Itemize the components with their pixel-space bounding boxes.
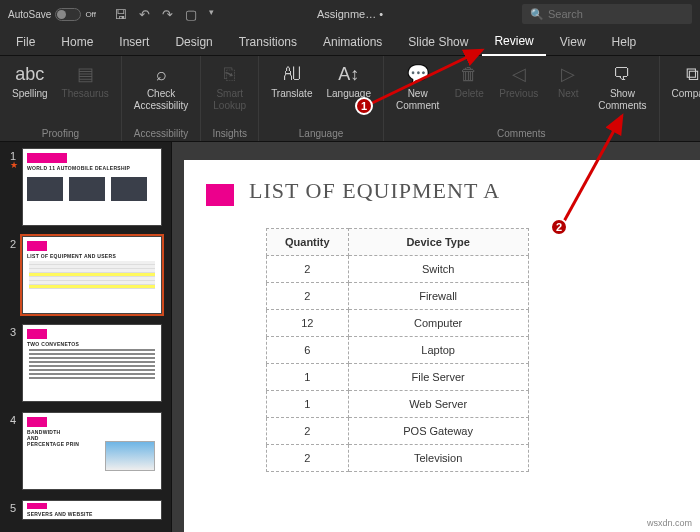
translate-icon: ㍳: [280, 62, 304, 86]
check-accessibility-button[interactable]: ⌕Check Accessibility: [128, 60, 194, 113]
table-cell: 2: [267, 283, 349, 310]
group-accessibility: Accessibility: [134, 126, 188, 139]
compare-icon: ⧉: [680, 62, 700, 86]
delete-comment-button[interactable]: 🗑Delete: [447, 60, 491, 102]
table-row: 2Television: [267, 445, 529, 472]
delete-icon: 🗑: [457, 62, 481, 86]
slide-thumbnail-5[interactable]: SERVERS AND WEBSITE: [22, 500, 162, 520]
slide-number: 2: [4, 236, 16, 314]
language-icon: A↕: [337, 62, 361, 86]
tab-design[interactable]: Design: [163, 29, 224, 55]
spelling-icon: abc: [18, 62, 42, 86]
table-row: 1Web Server: [267, 391, 529, 418]
th-quantity: Quantity: [267, 229, 349, 256]
table-cell: 12: [267, 310, 349, 337]
animation-star-icon: ★: [10, 160, 22, 170]
accessibility-icon: ⌕: [149, 62, 173, 86]
tab-home[interactable]: Home: [49, 29, 105, 55]
slide-title: LIST OF EQUIPMENT A: [249, 178, 500, 203]
table-cell: Computer: [348, 310, 528, 337]
table-row: 6Laptop: [267, 337, 529, 364]
slide-thumbnail-1[interactable]: WORLD 11 AUTOMOBILE DEALERSHIP: [22, 148, 162, 226]
table-row: 2POS Gateway: [267, 418, 529, 445]
search-icon: 🔍: [530, 8, 544, 21]
table-cell: File Server: [348, 364, 528, 391]
group-language: Language: [299, 126, 344, 139]
tab-insert[interactable]: Insert: [107, 29, 161, 55]
autosave-toggle[interactable]: AutoSave Off: [8, 8, 96, 21]
slide-thumbnail-2[interactable]: LIST OF EQUIPMENT AND USERS: [22, 236, 162, 314]
next-icon: ▷: [556, 62, 580, 86]
previous-comment-button[interactable]: ◁Previous: [493, 60, 544, 102]
lookup-icon: ⎘: [218, 62, 242, 86]
tab-slideshow[interactable]: Slide Show: [396, 29, 480, 55]
slide-canvas[interactable]: LIST OF EQUIPMENT A Quantity Device Type…: [172, 142, 700, 532]
ribbon-tabs: File Home Insert Design Transitions Anim…: [0, 28, 700, 56]
table-cell: 1: [267, 364, 349, 391]
current-slide[interactable]: LIST OF EQUIPMENT A Quantity Device Type…: [184, 160, 700, 532]
table-cell: Web Server: [348, 391, 528, 418]
tab-review[interactable]: Review: [482, 28, 545, 56]
table-cell: Switch: [348, 256, 528, 283]
new-comment-button[interactable]: 💬New Comment: [390, 60, 445, 113]
autosave-state: Off: [85, 10, 96, 19]
watermark: wsxdn.com: [647, 518, 692, 528]
start-slideshow-icon[interactable]: ▢: [185, 7, 197, 22]
table-row: 1File Server: [267, 364, 529, 391]
th-device: Device Type: [348, 229, 528, 256]
tab-view[interactable]: View: [548, 29, 598, 55]
new-comment-icon: 💬: [406, 62, 430, 86]
slide-thumbnail-3[interactable]: TWO CONVENETOS: [22, 324, 162, 402]
save-icon[interactable]: 🖫: [114, 7, 127, 22]
group-insights: Insights: [212, 126, 246, 139]
slide-thumbnail-4[interactable]: BANDWIDTH AND PERCENTAGE PRIN: [22, 412, 162, 490]
tab-transitions[interactable]: Transitions: [227, 29, 309, 55]
ribbon: abcSpelling ▤Thesaurus Proofing ⌕Check A…: [0, 56, 700, 142]
smart-lookup-button[interactable]: ⎘Smart Lookup: [207, 60, 252, 113]
prev-icon: ◁: [507, 62, 531, 86]
table-cell: 2: [267, 418, 349, 445]
slide-number: 5: [4, 500, 16, 520]
show-comments-button[interactable]: 🗨Show Comments: [592, 60, 652, 113]
next-comment-button[interactable]: ▷Next: [546, 60, 590, 102]
tab-file[interactable]: File: [4, 29, 47, 55]
redo-icon[interactable]: ↷: [162, 7, 173, 22]
search-input[interactable]: [548, 8, 684, 20]
table-cell: 1: [267, 391, 349, 418]
tab-help[interactable]: Help: [600, 29, 649, 55]
table-cell: 2: [267, 445, 349, 472]
translate-button[interactable]: ㍳Translate: [265, 60, 318, 102]
slide-panel[interactable]: 1★ WORLD 11 AUTOMOBILE DEALERSHIP 2 LIST…: [0, 142, 172, 532]
table-cell: POS Gateway: [348, 418, 528, 445]
table-cell: Laptop: [348, 337, 528, 364]
group-proofing: Proofing: [42, 126, 79, 139]
compare-button[interactable]: ⧉Compare: [666, 60, 700, 102]
title-accent: [206, 184, 234, 206]
table-row: 12Computer: [267, 310, 529, 337]
table-row: 2Firewall: [267, 283, 529, 310]
undo-icon[interactable]: ↶: [139, 7, 150, 22]
equipment-table[interactable]: Quantity Device Type 2Switch2Firewall12C…: [266, 228, 529, 472]
callout-1: 1: [355, 97, 373, 115]
autosave-label: AutoSave: [8, 9, 51, 20]
table-cell: 6: [267, 337, 349, 364]
show-comments-icon: 🗨: [610, 62, 634, 86]
table-row: 2Switch: [267, 256, 529, 283]
qat-dropdown-icon[interactable]: ▾: [209, 7, 214, 22]
search-box[interactable]: 🔍: [522, 4, 692, 24]
table-cell: Television: [348, 445, 528, 472]
slide-number: 4: [4, 412, 16, 490]
tab-animations[interactable]: Animations: [311, 29, 394, 55]
toggle-switch[interactable]: [55, 8, 81, 21]
spelling-button[interactable]: abcSpelling: [6, 60, 54, 102]
slide-number: 3: [4, 324, 16, 402]
thesaurus-button[interactable]: ▤Thesaurus: [56, 60, 115, 102]
table-cell: Firewall: [348, 283, 528, 310]
language-button[interactable]: A↕Language: [320, 60, 377, 102]
table-cell: 2: [267, 256, 349, 283]
group-comments: Comments: [497, 126, 545, 139]
document-title: Assignme… •: [317, 8, 383, 20]
thesaurus-icon: ▤: [73, 62, 97, 86]
callout-2: 2: [550, 218, 568, 236]
